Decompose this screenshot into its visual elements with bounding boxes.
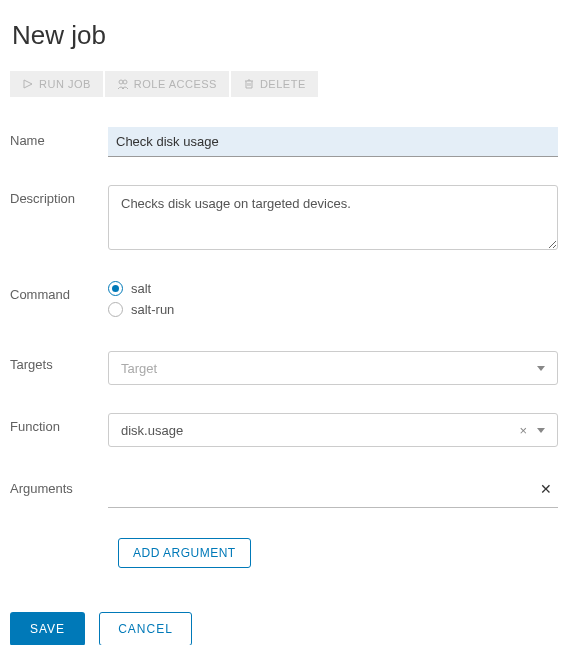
close-icon[interactable]: ✕ — [540, 481, 558, 497]
trash-icon — [243, 78, 255, 90]
targets-select[interactable]: Target — [108, 351, 558, 385]
delete-button[interactable]: DELETE — [231, 71, 318, 97]
description-label: Description — [10, 185, 108, 206]
function-label: Function — [10, 413, 108, 434]
targets-placeholder: Target — [121, 361, 157, 376]
svg-point-0 — [119, 80, 123, 84]
delete-label: DELETE — [260, 78, 306, 90]
run-icon — [22, 78, 34, 90]
svg-point-1 — [123, 80, 127, 84]
role-access-label: ROLE ACCESS — [134, 78, 217, 90]
users-icon — [117, 78, 129, 90]
role-access-button[interactable]: ROLE ACCESS — [105, 71, 229, 97]
command-radio-salt-run[interactable]: salt-run — [108, 302, 558, 317]
command-label: Command — [10, 281, 108, 302]
command-radio-salt[interactable]: salt — [108, 281, 558, 296]
targets-label: Targets — [10, 351, 108, 372]
radio-icon — [108, 302, 123, 317]
save-button[interactable]: SAVE — [10, 612, 85, 645]
chevron-down-icon — [537, 428, 545, 433]
description-textarea[interactable]: Checks disk usage on targeted devices. — [108, 185, 558, 250]
run-job-label: RUN JOB — [39, 78, 91, 90]
add-argument-button[interactable]: ADD ARGUMENT — [118, 538, 251, 568]
function-select[interactable]: disk.usage × — [108, 413, 558, 447]
name-label: Name — [10, 127, 108, 148]
page-title: New job — [12, 20, 558, 51]
name-input[interactable] — [108, 127, 558, 157]
function-value: disk.usage — [121, 423, 183, 438]
toolbar: RUN JOB ROLE ACCESS DELETE — [10, 71, 558, 97]
run-job-button[interactable]: RUN JOB — [10, 71, 103, 97]
arguments-label: Arguments — [10, 475, 108, 496]
footer-actions: SAVE CANCEL — [10, 612, 558, 645]
chevron-down-icon — [537, 366, 545, 371]
clear-icon[interactable]: × — [519, 423, 527, 438]
argument-row: ✕ — [108, 475, 558, 508]
cancel-button[interactable]: CANCEL — [99, 612, 192, 645]
radio-label-salt-run: salt-run — [131, 302, 174, 317]
radio-icon — [108, 281, 123, 296]
radio-label-salt: salt — [131, 281, 151, 296]
